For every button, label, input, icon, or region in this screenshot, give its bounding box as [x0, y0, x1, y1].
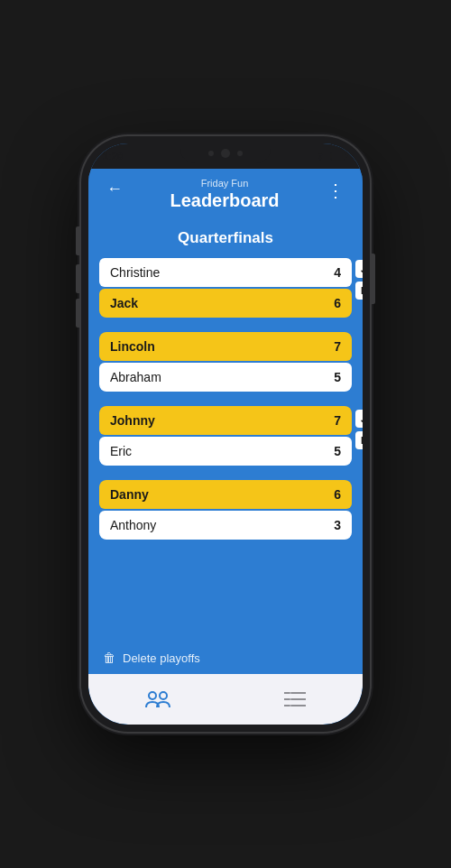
phone-frame: 1:20 — [81, 136, 370, 732]
status-bar: 1:20 — [88, 143, 363, 169]
match-row-winner-4: Danny 6 — [99, 480, 352, 509]
match-group-3: Johnny 7 Eric 5 John Dann — [99, 406, 352, 466]
side-cards-3: John Dann — [355, 410, 363, 449]
speaker — [208, 151, 214, 156]
side-card-jack: Jack — [355, 260, 363, 278]
match-group-4: Danny 6 Anthony 3 — [99, 480, 352, 540]
match-card-4: Danny 6 Anthony 3 — [99, 480, 352, 540]
player-score-eric: 5 — [334, 444, 341, 458]
player-score-christine: 4 — [334, 265, 341, 280]
header-subtitle: Friday Fun — [170, 178, 279, 189]
notch — [180, 143, 271, 163]
group-icon — [145, 689, 170, 709]
match-row-winner-3: Johnny 7 — [99, 406, 352, 435]
player-name-eric: Eric — [110, 444, 132, 458]
delete-label: Delete playoffs — [123, 651, 200, 665]
svg-point-4 — [149, 692, 156, 699]
svg-rect-2 — [345, 154, 348, 157]
match-card-2: Lincoln 7 Abraham 5 — [99, 332, 352, 392]
match-group-2: Lincoln 7 Abraham 5 — [99, 332, 352, 392]
player-name-lincoln: Lincoln — [110, 339, 155, 354]
bracket: Christine 4 Jack 6 Jack Linc — [99, 256, 352, 540]
match-row-winner-2: Lincoln 7 — [99, 332, 352, 361]
player-score-anthony: 3 — [334, 518, 341, 532]
side-card-dann: Dann — [355, 431, 363, 449]
match-card-3: Johnny 7 Eric 5 — [99, 406, 352, 466]
camera — [221, 149, 230, 158]
player-name-christine: Christine — [110, 265, 160, 280]
status-icons — [314, 152, 348, 161]
side-cards-1: Jack Linc — [355, 260, 363, 300]
matches-area: Christine 4 Jack 6 Jack Linc — [88, 256, 363, 642]
match-row-loser-4: Anthony 3 — [99, 511, 352, 540]
header-title: Leaderboard — [170, 190, 279, 211]
header-title-group: Friday Fun Leaderboard — [170, 178, 279, 211]
player-name-johnny: Johnny — [110, 413, 155, 428]
bottom-nav — [88, 674, 363, 725]
svg-point-0 — [319, 160, 320, 161]
trash-icon: 🗑 — [103, 651, 115, 665]
player-name-abraham: Abraham — [110, 370, 161, 384]
player-score-jack: 6 — [334, 296, 341, 310]
match-row-loser-3: Eric 5 — [99, 437, 352, 466]
player-score-lincoln: 7 — [334, 339, 341, 354]
sensor — [237, 151, 243, 156]
player-score-johnny: 7 — [334, 413, 341, 428]
player-name-danny: Danny — [110, 487, 149, 502]
match-group-1: Christine 4 Jack 6 Jack Linc — [99, 256, 352, 318]
svg-rect-3 — [331, 153, 343, 159]
match-card-1: Christine 4 Jack 6 — [99, 256, 352, 318]
player-name-jack: Jack — [110, 296, 138, 310]
match-row-winner-1: Jack 6 — [99, 289, 352, 318]
status-time: 1:20 — [103, 151, 123, 162]
player-score-danny: 6 — [334, 487, 341, 502]
match-row-loser-2: Abraham 5 — [99, 363, 352, 392]
battery-icon — [330, 152, 348, 161]
list-icon — [284, 689, 306, 709]
side-card-john: John — [355, 410, 363, 428]
player-score-abraham: 5 — [334, 370, 341, 384]
delete-playoffs-button[interactable]: 🗑 Delete playoffs — [88, 642, 363, 674]
svg-point-5 — [160, 692, 167, 699]
phone-screen: 1:20 — [88, 143, 363, 725]
player-name-anthony: Anthony — [110, 518, 156, 532]
wifi-icon — [314, 152, 327, 161]
nav-list-item[interactable] — [284, 689, 306, 709]
side-card-linc: Linc — [355, 282, 363, 300]
app-content: ← Friday Fun Leaderboard ⋮ Quarterfinals… — [88, 169, 363, 674]
nav-group-item[interactable] — [145, 689, 170, 709]
app-header: ← Friday Fun Leaderboard ⋮ — [88, 169, 363, 218]
match-row-loser-1: Christine 4 — [99, 258, 352, 287]
round-title: Quarterfinals — [88, 229, 363, 247]
back-button[interactable]: ← — [103, 178, 126, 200]
more-button[interactable]: ⋮ — [323, 178, 348, 203]
